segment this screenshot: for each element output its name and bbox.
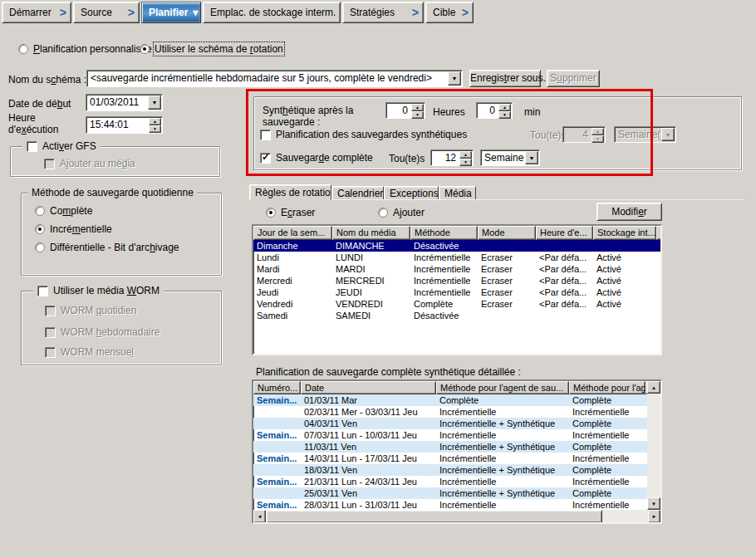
radio-label[interactable]: Ajouter [393,207,425,218]
modify-button[interactable]: Modifier [596,203,662,221]
dropdown-arrow-icon[interactable]: ▼ [448,71,461,86]
table-row[interactable]: Semain...21/03/11 Lun - 24/03/11 JeuIncr… [253,476,647,487]
column-header[interactable]: Mode [478,226,536,240]
table-row[interactable]: VendrediVENDREDIComplèteEcraser<Par défa… [253,298,660,310]
radio-label[interactable]: Planification personnalisée [33,43,152,55]
start-date-picker[interactable]: 01/03/2011 ▼ [86,94,163,111]
date-value[interactable]: 01/03/2011 [86,95,147,110]
table-row[interactable]: 11/03/11 VenIncrémentielle + Synthétique… [253,441,647,453]
column-header[interactable]: Numéro... [253,381,301,394]
checkbox-label[interactable]: Planification des sauvegardes synthétiqu… [276,129,467,140]
horizontal-scrollbar[interactable]: ◄ ► [253,510,660,523]
table-row[interactable]: SamediSAMEDIDésactivée [253,310,660,321]
table-row[interactable]: DimancheDIMANCHEDésactivée [253,240,660,252]
checkbox-label[interactable]: Sauvegarde complète [276,152,373,164]
radio-label[interactable]: Incrémentielle [50,223,112,235]
table-row[interactable]: MardiMARDIIncrémentielleEcraser<Par défa… [253,263,660,275]
full-every-value[interactable]: 12 [431,150,459,165]
full-every-unit-dropdown[interactable]: Semaine(s) ▼ [480,149,540,166]
full-every-spinner[interactable]: 12 ▲▼ [430,149,474,166]
save-as-button[interactable]: Enregistrer sous... [469,70,541,87]
radio-ajouter[interactable]: Ajouter [378,207,425,218]
radio-label[interactable]: Ecraser [281,207,315,218]
column-header[interactable]: Heure d'e... [536,226,593,240]
scroll-right-button[interactable]: ► [648,510,660,523]
radio-icon[interactable] [378,208,388,218]
horizontal-scrollbar-track[interactable] [602,510,648,523]
radio-icon[interactable] [35,242,45,252]
checkbox-icon[interactable] [260,153,271,164]
checkbox-label[interactable]: Activer GFS [42,140,96,152]
column-header[interactable]: Méthode pour l'ag [569,381,646,394]
schema-name-combobox[interactable]: <sauvegarde incrémentielle hebdomadaire … [86,70,463,87]
spin-down-icon[interactable]: ▼ [459,159,472,166]
dropdown-arrow-icon[interactable]: ▼ [525,151,538,164]
radio-icon[interactable] [266,208,276,218]
table-row[interactable]: MercrediMERCREDIIncrémentielleEcraser<Pa… [253,275,660,286]
radio-methode-differentielle[interactable]: Différentielle - Bit d'archivage [35,242,179,253]
tab-demarrer[interactable]: Démarrer> [2,2,71,23]
tab-emplacement-stockage[interactable]: Emplac. de stockage interm.> [203,2,341,23]
table-row[interactable]: Semain...01/03/11 MarComplèteComplète [253,394,647,406]
synthetic-hours-spinner[interactable]: 0 ▲▼ [385,102,425,119]
tab-cible[interactable]: Cible> [425,2,474,23]
tab-regles-de-rotation[interactable]: Règles de rotation [249,184,331,200]
radio-methode-complete[interactable]: Complète [35,205,92,217]
synthetic-minutes-spinner[interactable]: 0 ▲▼ [476,102,513,119]
table-row[interactable]: Semain...28/03/11 Lun - 31/03/11 JeuIncr… [253,499,647,510]
checkbox-icon[interactable] [37,286,48,296]
radio-label[interactable]: Utiliser le schéma de rotation [155,43,283,55]
scroll-down-button[interactable]: ▼ [647,497,660,510]
worm-enable-control[interactable]: Utiliser le média WORM [33,285,164,296]
checkbox-icon[interactable] [260,130,271,140]
radio-planification-personnalisee[interactable]: Planification personnalisée [18,43,152,55]
radio-methode-incrementielle[interactable]: Incrémentielle [35,223,112,235]
table-row[interactable]: JeudiJEUDIIncrémentielleEcraser<Par défa… [253,286,660,298]
tab-exceptions[interactable]: Exceptions [384,186,439,200]
checkbox-label[interactable]: Utiliser le média WORM [53,285,160,296]
column-header[interactable]: Jour de la sem... [253,226,332,240]
minutes-value[interactable]: 0 [477,103,498,118]
vertical-scrollbar-track[interactable] [647,394,660,497]
column-header[interactable]: Stockage int... [593,226,656,240]
synthetic-plan-checkbox-control[interactable]: Planification des sauvegardes synthétiqu… [260,129,467,140]
dropdown-value[interactable]: Semaine(s) [481,150,524,165]
radio-icon[interactable] [35,206,45,216]
radio-icon[interactable] [18,44,28,54]
spin-up-icon[interactable]: ▲ [459,151,472,159]
dropdown-arrow-icon[interactable]: ▼ [148,95,161,110]
radio-label[interactable]: Différentielle - Bit d'archivage [50,242,179,253]
time-value[interactable]: 15:44:01 [86,117,148,133]
tab-strategies[interactable]: Stratégies> [342,2,424,23]
horizontal-scrollbar-thumb[interactable] [266,510,602,523]
tab-source[interactable]: Source> [73,2,140,23]
radio-label[interactable]: Complète [50,205,92,217]
table-row[interactable]: 18/03/11 VenIncrémentielle + Synthétique… [253,464,647,476]
spin-up-icon[interactable]: ▲ [149,118,161,125]
tab-calendrier[interactable]: Calendrier [331,186,384,200]
tab-planifier[interactable]: Planifier▾ [141,2,201,23]
spin-down-icon[interactable]: ▼ [149,125,161,133]
radio-ecraser[interactable]: Ecraser [266,207,315,218]
spin-up-icon[interactable]: ▲ [498,104,511,111]
checkbox-icon[interactable] [27,141,37,152]
radio-icon[interactable] [140,44,150,54]
table-row[interactable]: LundiLUNDIIncrémentielleEcraser<Par défa… [253,252,660,263]
exec-time-spinner[interactable]: 15:44:01 ▲▼ [86,116,163,134]
column-header[interactable]: Nom du média [332,226,410,240]
table-row[interactable]: 25/03/11 VenIncrémentielle + Synthétique… [253,487,647,499]
vertical-scrollbar[interactable]: ▲ ▼ [647,381,660,510]
column-header[interactable]: Méthode [410,226,478,240]
table-row[interactable]: Semain...14/03/11 Lun - 17/03/11 JeuIncr… [253,453,647,464]
tab-media[interactable]: Média [439,186,476,200]
gfs-enable-control[interactable]: Activer GFS [22,140,101,152]
spin-down-icon[interactable]: ▼ [411,111,424,119]
spin-down-icon[interactable]: ▼ [498,111,511,119]
scroll-up-button[interactable]: ▲ [647,381,660,394]
combobox-value[interactable]: <sauvegarde incrémentielle hebdomadaire … [87,71,447,86]
radio-icon[interactable] [35,224,45,234]
full-backup-checkbox-control[interactable]: Sauvegarde complète [260,152,373,164]
spin-up-icon[interactable]: ▲ [411,104,424,111]
radio-utiliser-schema-rotation[interactable]: Utiliser le schéma de rotation [140,43,283,55]
table-row[interactable]: 04/03/11 VenIncrémentielle + Synthétique… [253,418,647,429]
